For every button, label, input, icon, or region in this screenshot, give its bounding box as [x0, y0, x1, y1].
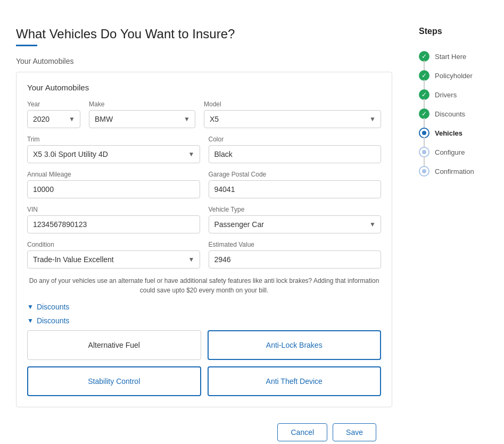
save-button[interactable]: Save [333, 423, 376, 441]
make-select-wrapper: BMW ▼ [89, 110, 195, 128]
model-select[interactable]: X5 [204, 110, 381, 128]
cancel-button[interactable]: Cancel [277, 423, 327, 441]
active-dot-icon [422, 131, 426, 135]
model-label: Model [204, 100, 381, 108]
form-row-mileage-postal: Annual Mileage Garage Postal Code [27, 171, 381, 198]
step-icon-drivers [419, 89, 429, 100]
discounts-chevron-icon-1: ▼ [27, 303, 34, 311]
garage-postal-input[interactable] [209, 180, 382, 198]
page-title: What Vehicles Do You Want to Insure? [16, 27, 392, 41]
condition-select-wrapper: Trade-In Value Excellent ▼ [27, 250, 200, 269]
section-label: Your Automobiles [16, 57, 392, 65]
annual-mileage-group: Annual Mileage [27, 171, 200, 198]
step-item-configure: Configure [419, 143, 493, 162]
color-input[interactable] [209, 145, 382, 163]
step-item-vehicles: Vehicles [419, 123, 493, 143]
estimated-value-input[interactable] [209, 250, 382, 269]
checkmark-icon-discounts [422, 110, 427, 118]
step-icon-start-here [419, 51, 429, 62]
garage-postal-label: Garage Postal Code [209, 171, 382, 178]
sidebar: Steps Start Here Policyholder Drivers [408, 16, 504, 444]
step-label-vehicles: Vehicles [435, 129, 462, 137]
discounts-label-2: Discounts [37, 316, 69, 325]
trim-group: Trim X5 3.0i Sport Utility 4D ▼ [27, 136, 200, 163]
automobiles-card: Your Automobiles Year 2020 ▼ Make [16, 72, 392, 407]
discount-btn-alternative-fuel[interactable]: Alternative Fuel [27, 330, 201, 360]
discounts-grid: Alternative Fuel Anti-Lock Brakes Stabil… [27, 330, 381, 396]
info-text: Do any of your vehicles use an alternate… [27, 276, 381, 295]
annual-mileage-input[interactable] [27, 180, 200, 198]
vin-input[interactable] [27, 215, 200, 233]
vin-group: VIN [27, 206, 200, 233]
model-select-wrapper: X5 ▼ [204, 110, 381, 128]
step-icon-discounts [419, 108, 429, 119]
card-title: Your Automobiles [27, 83, 381, 92]
discount-btn-anti-lock-brakes[interactable]: Anti-Lock Brakes [208, 330, 382, 360]
step-label-drivers: Drivers [435, 91, 457, 99]
make-label: Make [89, 100, 195, 108]
garage-postal-group: Garage Postal Code [209, 171, 382, 198]
discounts-chevron-icon-2: ▼ [27, 317, 34, 324]
footer-buttons: Cancel Save [16, 423, 392, 441]
vehicle-type-select-wrapper: Passenger Car ▼ [209, 215, 382, 233]
estimated-value-label: Estimated Value [209, 241, 382, 248]
make-group: Make BMW ▼ [89, 100, 195, 128]
step-item-drivers: Drivers [419, 85, 493, 104]
step-label-confirmation: Confirmation [435, 167, 474, 175]
year-label: Year [27, 100, 80, 108]
step-label-start-here: Start Here [435, 53, 466, 61]
model-group: Model X5 ▼ [204, 100, 381, 128]
make-select[interactable]: BMW [89, 110, 195, 128]
pending-dot-icon-confirmation [422, 169, 426, 173]
form-row-condition-value: Condition Trade-In Value Excellent ▼ Est… [27, 241, 381, 269]
trim-select-wrapper: X5 3.0i Sport Utility 4D ▼ [27, 145, 200, 163]
vehicle-type-label: Vehicle Type [209, 206, 382, 213]
condition-label: Condition [27, 241, 200, 248]
sidebar-title: Steps [419, 27, 493, 36]
discount-btn-stability-control[interactable]: Stability Control [27, 366, 201, 396]
year-select[interactable]: 2020 [27, 110, 80, 128]
estimated-value-group: Estimated Value [209, 241, 382, 269]
title-underline [16, 45, 37, 46]
vin-label: VIN [27, 206, 200, 213]
step-label-policyholder: Policyholder [435, 72, 473, 80]
form-row-trim-color: Trim X5 3.0i Sport Utility 4D ▼ Color [27, 136, 381, 163]
condition-select[interactable]: Trade-In Value Excellent [27, 250, 200, 269]
discounts-label-1: Discounts [37, 303, 69, 311]
color-group: Color [209, 136, 382, 163]
color-label: Color [209, 136, 382, 143]
condition-group: Condition Trade-In Value Excellent ▼ [27, 241, 200, 269]
steps-list: Start Here Policyholder Drivers Discount… [419, 47, 493, 181]
checkmark-icon-policyholder [422, 72, 427, 79]
year-select-wrapper: 2020 ▼ [27, 110, 80, 128]
vehicle-type-group: Vehicle Type Passenger Car ▼ [209, 206, 382, 233]
step-item-policyholder: Policyholder [419, 66, 493, 85]
step-icon-vehicles [419, 128, 429, 138]
step-label-configure: Configure [435, 148, 465, 156]
trim-label: Trim [27, 136, 200, 143]
annual-mileage-label: Annual Mileage [27, 171, 200, 178]
step-item-start-here: Start Here [419, 47, 493, 66]
discounts-header-2[interactable]: ▼ Discounts [27, 316, 381, 325]
checkmark-icon-drivers [422, 91, 427, 98]
vehicle-type-select[interactable]: Passenger Car [209, 215, 382, 233]
step-icon-policyholder [419, 70, 429, 81]
year-group: Year 2020 ▼ [27, 100, 80, 128]
checkmark-icon [422, 53, 427, 60]
step-icon-configure [419, 147, 429, 157]
form-row-year-make-model: Year 2020 ▼ Make BMW ▼ [27, 100, 381, 128]
form-row-vin-vehicle-type: VIN Vehicle Type Passenger Car ▼ [27, 206, 381, 233]
trim-select[interactable]: X5 3.0i Sport Utility 4D [27, 145, 200, 163]
step-item-discounts: Discounts [419, 104, 493, 123]
step-label-discounts: Discounts [435, 110, 465, 118]
step-icon-confirmation [419, 166, 429, 177]
discount-btn-anti-theft-device[interactable]: Anti Theft Device [208, 366, 382, 396]
pending-dot-icon-configure [422, 150, 426, 154]
step-item-confirmation: Confirmation [419, 162, 493, 181]
discounts-header-1[interactable]: ▼ Discounts [27, 303, 381, 311]
